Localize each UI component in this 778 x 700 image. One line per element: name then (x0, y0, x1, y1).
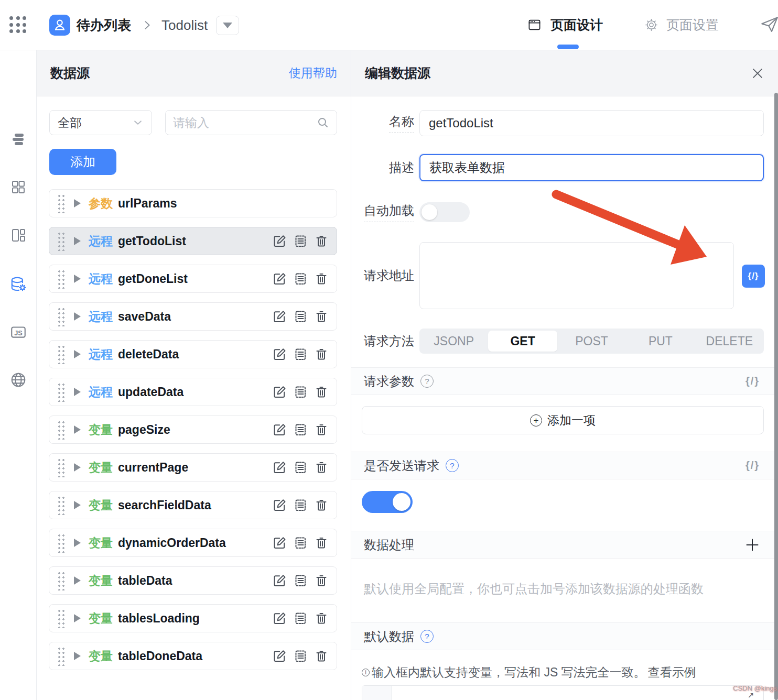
copy-icon[interactable] (293, 460, 308, 475)
copy-icon[interactable] (293, 271, 308, 286)
close-icon[interactable] (751, 67, 764, 80)
trash-icon[interactable] (314, 234, 329, 248)
trash-icon[interactable] (314, 460, 329, 475)
drag-handle-icon[interactable] (57, 269, 65, 289)
expand-icon[interactable]: ↗ (748, 691, 754, 700)
copy-icon[interactable] (293, 573, 308, 588)
add-handler-plus-icon[interactable] (745, 538, 760, 552)
page-switcher-button[interactable] (216, 16, 239, 35)
method-get[interactable]: GET (488, 331, 557, 352)
edit-icon[interactable] (272, 611, 287, 626)
datasource-item-urlParams[interactable]: 参数 urlParams (49, 189, 337, 217)
expand-caret-icon[interactable] (74, 350, 81, 358)
trash-icon[interactable] (314, 271, 329, 286)
copy-icon[interactable] (293, 649, 308, 663)
trash-icon[interactable] (314, 498, 329, 512)
tab-page-settings[interactable]: 页面设置 (644, 0, 719, 49)
help-link[interactable]: 使用帮助 (289, 65, 337, 81)
edit-icon[interactable] (272, 649, 287, 663)
rail-components-icon[interactable] (10, 179, 27, 195)
trash-icon[interactable] (314, 535, 329, 550)
expand-caret-icon[interactable] (74, 614, 81, 622)
edit-icon[interactable] (272, 460, 287, 475)
edit-icon[interactable] (272, 234, 287, 248)
datasource-item-saveData[interactable]: 远程 saveData (49, 302, 337, 331)
expand-caret-icon[interactable] (74, 275, 81, 283)
trash-icon[interactable] (314, 573, 329, 588)
rail-js-icon[interactable] (9, 323, 27, 341)
method-jsonp[interactable]: JSONP (419, 329, 488, 354)
edit-icon[interactable] (272, 385, 287, 399)
copy-icon[interactable] (293, 422, 308, 437)
drag-handle-icon[interactable] (57, 345, 65, 364)
add-param-button[interactable]: + 添加一项 (362, 406, 764, 434)
trash-icon[interactable] (314, 649, 329, 663)
method-put[interactable]: PUT (626, 329, 695, 354)
trash-icon[interactable] (314, 309, 329, 324)
type-filter-select[interactable]: 全部 (49, 110, 152, 135)
trash-icon[interactable] (314, 385, 329, 399)
datasource-item-searchFieldData[interactable]: 变量 searchFieldData (49, 491, 337, 519)
expression-icon[interactable]: {/} (745, 460, 760, 472)
expand-caret-icon[interactable] (74, 388, 81, 396)
drag-handle-icon[interactable] (57, 194, 65, 213)
expand-caret-icon[interactable] (74, 652, 81, 660)
drag-handle-icon[interactable] (57, 571, 65, 590)
expand-caret-icon[interactable] (74, 501, 81, 509)
trash-icon[interactable] (314, 611, 329, 626)
datasource-item-updateData[interactable]: 远程 updateData (49, 378, 337, 406)
expand-caret-icon[interactable] (74, 576, 81, 585)
copy-icon[interactable] (293, 535, 308, 550)
copy-icon[interactable] (293, 309, 308, 324)
drag-handle-icon[interactable] (57, 420, 65, 440)
question-icon[interactable]: ? (420, 630, 434, 643)
question-icon[interactable]: ? (446, 459, 459, 472)
copy-icon[interactable] (293, 234, 308, 248)
datasource-item-currentPage[interactable]: 变量 currentPage (49, 453, 337, 482)
default-data-code-editor[interactable] (362, 685, 764, 700)
autoload-toggle[interactable] (419, 202, 470, 222)
description-input[interactable] (419, 154, 764, 181)
rail-outline-tree-icon[interactable] (10, 131, 27, 148)
datasource-item-dynamicOrderData[interactable]: 变量 dynamicOrderData (49, 529, 337, 557)
datasource-item-pageSize[interactable]: 变量 pageSize (49, 415, 337, 444)
copy-icon[interactable] (293, 347, 308, 362)
expand-caret-icon[interactable] (74, 425, 81, 434)
expand-caret-icon[interactable] (74, 312, 81, 321)
search-icon[interactable] (317, 116, 329, 129)
drag-handle-icon[interactable] (57, 496, 65, 515)
edit-icon[interactable] (272, 422, 287, 437)
edit-icon[interactable] (272, 347, 287, 362)
view-example-link[interactable]: 查看示例 (648, 664, 696, 681)
app-logo-icon[interactable] (49, 15, 70, 36)
search-input[interactable] (173, 116, 317, 130)
app-grid-menu-icon[interactable] (9, 16, 27, 34)
copy-icon[interactable] (293, 611, 308, 626)
drag-handle-icon[interactable] (57, 533, 65, 553)
drag-handle-icon[interactable] (57, 232, 65, 251)
datasource-item-getTodoList[interactable]: 远程 getTodoList (49, 227, 337, 255)
expand-caret-icon[interactable] (74, 237, 81, 245)
add-datasource-button[interactable]: 添加 (49, 149, 116, 175)
question-icon[interactable]: ? (420, 375, 434, 388)
drag-handle-icon[interactable] (57, 458, 65, 477)
edit-icon[interactable] (272, 271, 287, 286)
edit-icon[interactable] (272, 535, 287, 550)
drag-handle-icon[interactable] (57, 382, 65, 402)
drag-handle-icon[interactable] (57, 307, 65, 326)
datasource-item-tablesLoading[interactable]: 变量 tablesLoading (49, 604, 337, 632)
rail-datasource-icon[interactable] (9, 276, 27, 293)
name-input[interactable] (419, 110, 764, 136)
drag-handle-icon[interactable] (57, 647, 65, 666)
method-delete[interactable]: DELETE (695, 329, 764, 354)
expand-caret-icon[interactable] (74, 463, 81, 472)
request-url-textarea[interactable] (419, 242, 734, 309)
datasource-item-tableDoneData[interactable]: 变量 tableDoneData (49, 642, 337, 670)
edit-icon[interactable] (272, 573, 287, 588)
trash-icon[interactable] (314, 347, 329, 362)
edit-icon[interactable] (272, 309, 287, 324)
method-post[interactable]: POST (557, 329, 626, 354)
datasource-item-deleteData[interactable]: 远程 deleteData (49, 340, 337, 368)
expand-caret-icon[interactable] (74, 539, 81, 547)
datasource-item-tableData[interactable]: 变量 tableData (49, 566, 337, 595)
